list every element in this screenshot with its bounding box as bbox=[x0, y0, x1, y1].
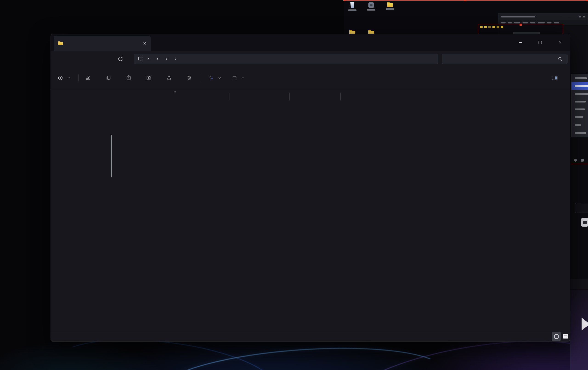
column-header-name[interactable] bbox=[122, 93, 229, 100]
new-plus-icon bbox=[58, 75, 63, 81]
chevron-right-icon bbox=[165, 57, 168, 60]
maximize-button[interactable] bbox=[530, 34, 550, 51]
command-bar bbox=[51, 67, 570, 89]
address-bar bbox=[51, 51, 570, 67]
large-icons-view-toggle[interactable] bbox=[552, 332, 561, 341]
obs-panel-fragment bbox=[570, 73, 588, 291]
close-button[interactable] bbox=[550, 34, 570, 51]
menu-item[interactable] bbox=[571, 90, 588, 98]
obs-preview-corner bbox=[570, 290, 588, 370]
cut-button[interactable] bbox=[82, 72, 95, 83]
refresh-button[interactable] bbox=[115, 54, 126, 64]
sort-icon bbox=[208, 75, 214, 81]
search-input[interactable] bbox=[442, 56, 567, 62]
menu-item[interactable] bbox=[571, 74, 588, 82]
view-button[interactable] bbox=[230, 75, 246, 81]
copy-button[interactable] bbox=[102, 72, 115, 83]
rec-status-bar bbox=[570, 279, 588, 289]
menu-item[interactable] bbox=[571, 98, 588, 106]
tab-windows[interactable] bbox=[54, 36, 151, 51]
camera-icon bbox=[583, 221, 587, 224]
file-list-pane bbox=[122, 89, 570, 332]
wallpaper-arc bbox=[0, 196, 56, 337]
tab-close-button[interactable] bbox=[143, 41, 147, 45]
transition-duration-field[interactable] bbox=[575, 203, 588, 213]
chevron-right-icon bbox=[156, 57, 158, 60]
explorer-content bbox=[51, 89, 570, 332]
desktop bbox=[0, 0, 588, 370]
app-icon bbox=[368, 2, 374, 8]
search-box bbox=[442, 54, 567, 64]
details-view-toggle[interactable] bbox=[562, 333, 569, 340]
tab-bar bbox=[51, 34, 570, 51]
menu-item[interactable] bbox=[571, 121, 588, 129]
play-icon[interactable] bbox=[582, 318, 588, 330]
sort-ascending-icon bbox=[173, 91, 177, 93]
minimize-button[interactable] bbox=[511, 34, 530, 51]
column-header-size[interactable] bbox=[340, 93, 372, 100]
view-icon bbox=[232, 75, 237, 81]
chevron-right-icon bbox=[175, 57, 177, 60]
paste-button[interactable] bbox=[122, 72, 135, 83]
desktop-icons bbox=[346, 2, 397, 11]
obs-divider-line bbox=[570, 164, 588, 164]
large-icons-view-icon bbox=[554, 334, 559, 339]
sidebar-scrollbar[interactable] bbox=[111, 135, 112, 177]
menu-item-highlighted[interactable] bbox=[571, 82, 588, 90]
details-pane-icon bbox=[552, 75, 558, 80]
window-controls bbox=[511, 34, 570, 51]
chevron-down-icon bbox=[242, 77, 245, 79]
camera-button[interactable] bbox=[581, 218, 588, 227]
menu-item[interactable] bbox=[571, 106, 588, 113]
column-header-type[interactable] bbox=[289, 93, 340, 100]
toolbar-separator bbox=[202, 75, 202, 81]
folder-icon bbox=[58, 41, 63, 45]
search-icon bbox=[558, 56, 563, 62]
up-button[interactable] bbox=[95, 54, 105, 64]
recycle-bin-icon bbox=[350, 2, 355, 8]
toolbar-separator bbox=[78, 75, 79, 81]
chevron-down-icon bbox=[218, 77, 221, 79]
column-header-date-modified[interactable] bbox=[229, 93, 289, 100]
new-tab-button[interactable] bbox=[154, 38, 165, 49]
capture-handle bbox=[520, 24, 522, 26]
folder-icon bbox=[387, 2, 393, 7]
chevron-down-icon bbox=[67, 77, 71, 79]
capture-handle bbox=[464, 0, 466, 1]
breadcrumb[interactable] bbox=[134, 54, 438, 64]
obs-toolbar-icons bbox=[574, 159, 584, 162]
share-button[interactable] bbox=[163, 72, 176, 83]
capture-handle bbox=[343, 0, 346, 1]
sort-button[interactable] bbox=[207, 75, 222, 81]
column-headers bbox=[122, 91, 570, 102]
file-explorer-window bbox=[51, 34, 570, 342]
navigation-pane bbox=[51, 89, 122, 332]
menu-item[interactable] bbox=[571, 129, 588, 137]
details-pane-button[interactable] bbox=[550, 75, 561, 81]
details-view-icon bbox=[563, 334, 568, 338]
forward-button[interactable] bbox=[75, 54, 85, 64]
chevron-right-icon bbox=[147, 57, 149, 60]
back-button[interactable] bbox=[55, 54, 65, 64]
menu-item[interactable] bbox=[571, 113, 588, 121]
delete-button[interactable] bbox=[183, 72, 196, 83]
new-button[interactable] bbox=[56, 75, 72, 81]
rename-button[interactable] bbox=[142, 72, 155, 83]
status-bar bbox=[51, 332, 570, 341]
more-options-button[interactable] bbox=[254, 78, 257, 78]
this-pc-icon bbox=[138, 56, 144, 61]
capture-handle bbox=[586, 0, 588, 1]
context-menu-fragment bbox=[571, 74, 588, 137]
